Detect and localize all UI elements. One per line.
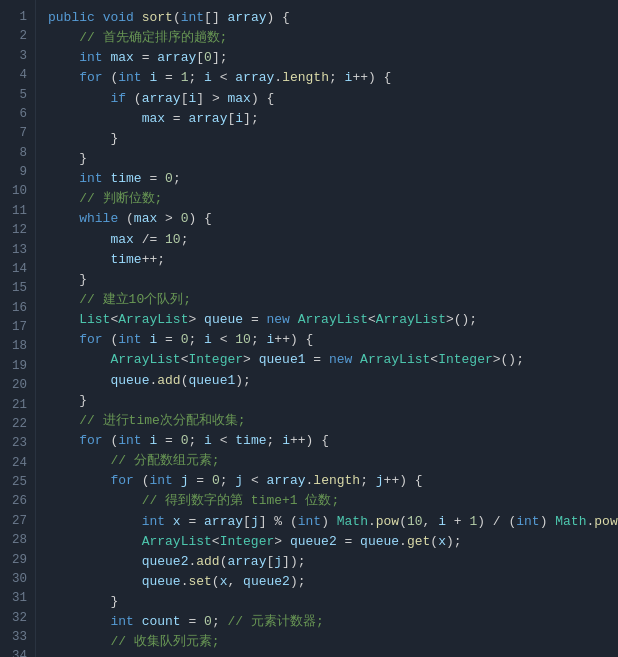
line-number: 30 — [0, 570, 35, 589]
code-line: // 收集队列元素; — [48, 632, 618, 652]
code-line: ArrayList<Integer> queue2 = queue.get(x)… — [48, 532, 618, 552]
code-line: ArrayList<Integer> queue1 = new ArrayLis… — [48, 350, 618, 370]
code-line: for (int k = 0; k < 10; k++) { — [48, 653, 618, 658]
code-line: int max = array[0]; — [48, 48, 618, 68]
line-number: 34 — [0, 647, 35, 657]
code-line: int time = 0; — [48, 169, 618, 189]
code-line: for (int i = 0; i < time; i++) { — [48, 431, 618, 451]
line-number: 24 — [0, 454, 35, 473]
line-number: 15 — [0, 279, 35, 298]
code-line: // 进行time次分配和收集; — [48, 411, 618, 431]
code-editor: 1234567891011121314151617181920212223242… — [0, 0, 618, 657]
code-line: // 建立10个队列; — [48, 290, 618, 310]
line-number: 28 — [0, 531, 35, 550]
line-number: 33 — [0, 628, 35, 647]
code-line: for (int i = 0; i < 10; i++) { — [48, 330, 618, 350]
code-line: for (int i = 1; i < array.length; i++) { — [48, 68, 618, 88]
code-line: int x = array[j] % (int) Math.pow(10, i … — [48, 512, 618, 532]
code-line: max /= 10; — [48, 230, 618, 250]
line-number: 10 — [0, 182, 35, 201]
line-number: 3 — [0, 47, 35, 66]
line-number: 7 — [0, 124, 35, 143]
line-number: 18 — [0, 337, 35, 356]
line-number: 11 — [0, 202, 35, 221]
line-number: 1 — [0, 8, 35, 27]
line-number: 20 — [0, 376, 35, 395]
code-line: } — [48, 149, 618, 169]
code-line: for (int j = 0; j < array.length; j++) { — [48, 471, 618, 491]
code-line: List<ArrayList> queue = new ArrayList<Ar… — [48, 310, 618, 330]
line-number: 27 — [0, 512, 35, 531]
line-number: 6 — [0, 105, 35, 124]
code-line: // 首先确定排序的趟数; — [48, 28, 618, 48]
line-number: 16 — [0, 299, 35, 318]
code-line: // 得到数字的第 time+1 位数; — [48, 491, 618, 511]
code-line: while (max > 0) { — [48, 209, 618, 229]
code-content[interactable]: public void sort(int[] array) { // 首先确定排… — [36, 0, 618, 657]
line-number: 21 — [0, 396, 35, 415]
line-number: 25 — [0, 473, 35, 492]
code-line: time++; — [48, 250, 618, 270]
line-number: 13 — [0, 241, 35, 260]
line-number: 26 — [0, 492, 35, 511]
line-number: 9 — [0, 163, 35, 182]
line-number: 32 — [0, 609, 35, 628]
code-line: } — [48, 270, 618, 290]
line-number: 17 — [0, 318, 35, 337]
code-line: queue.add(queue1); — [48, 371, 618, 391]
line-number: 5 — [0, 86, 35, 105]
line-number: 19 — [0, 357, 35, 376]
line-number: 14 — [0, 260, 35, 279]
code-line: public void sort(int[] array) { — [48, 8, 618, 28]
code-line: } — [48, 391, 618, 411]
line-number: 22 — [0, 415, 35, 434]
line-number: 4 — [0, 66, 35, 85]
line-numbers: 1234567891011121314151617181920212223242… — [0, 0, 36, 657]
code-line: max = array[i]; — [48, 109, 618, 129]
line-number: 8 — [0, 144, 35, 163]
line-number: 29 — [0, 551, 35, 570]
line-number: 12 — [0, 221, 35, 240]
code-line: queue2.add(array[j]); — [48, 552, 618, 572]
code-line: queue.set(x, queue2); — [48, 572, 618, 592]
code-line: } — [48, 592, 618, 612]
line-number: 2 — [0, 27, 35, 46]
code-line: // 分配数组元素; — [48, 451, 618, 471]
code-line: // 判断位数; — [48, 189, 618, 209]
code-line: if (array[i] > max) { — [48, 89, 618, 109]
line-number: 23 — [0, 434, 35, 453]
code-line: } — [48, 129, 618, 149]
line-number: 31 — [0, 589, 35, 608]
code-line: int count = 0; // 元素计数器; — [48, 612, 618, 632]
